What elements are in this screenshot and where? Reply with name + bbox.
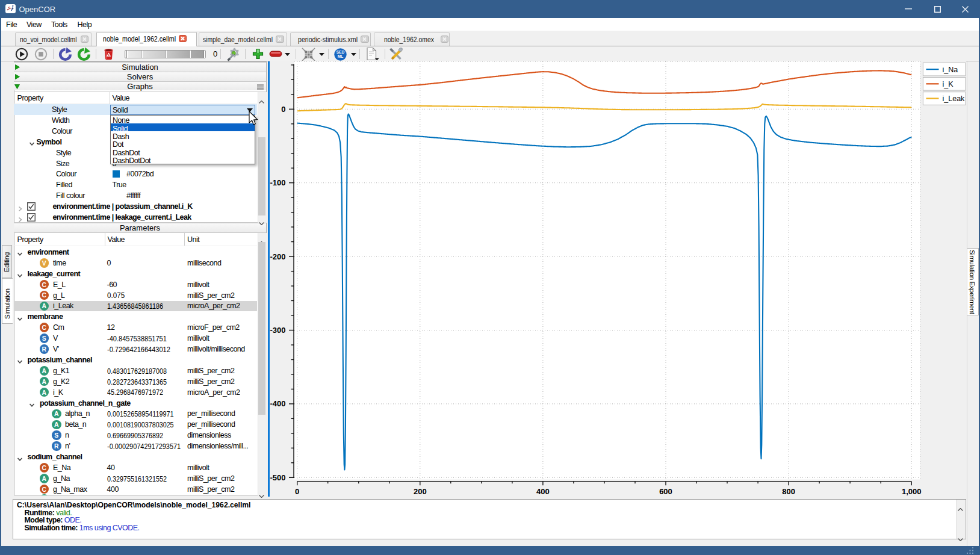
svg-text:i_Na: i_Na: [943, 66, 958, 74]
svg-text:800: 800: [782, 487, 795, 496]
svg-text:i_K: i_K: [943, 80, 954, 88]
svg-text:-500: -500: [270, 473, 285, 482]
svg-text:ML: ML: [338, 54, 344, 58]
svg-text:periodic-stimulus.xml: periodic-stimulus.xml: [298, 35, 358, 43]
svg-text:0.329755161321552: 0.329755161321552: [107, 474, 167, 483]
svg-text:-0.000290742917293571: -0.000290742917293571: [107, 442, 181, 450]
svg-text:C:\Users\Alan\Desktop\OpenCOR\: C:\Users\Alan\Desktop\OpenCOR\models\nob…: [17, 500, 251, 509]
svg-text:1,000: 1,000: [902, 487, 922, 496]
svg-text:-200: -200: [270, 252, 285, 261]
svg-text:noble_model_1962.cellml: noble_model_1962.cellml: [103, 35, 176, 43]
svg-text:200: 200: [414, 487, 427, 496]
svg-text:no_voi_model.cellml: no_voi_model.cellml: [20, 35, 77, 43]
svg-text:0: 0: [281, 105, 285, 114]
svg-text:0.00108190037803025: 0.00108190037803025: [107, 421, 174, 429]
svg-text:600: 600: [659, 487, 672, 496]
svg-text:-400: -400: [270, 399, 285, 408]
svg-text:0.483017629187008: 0.483017629187008: [107, 367, 167, 375]
svg-text:-0.729642166443012: -0.729642166443012: [107, 345, 170, 353]
svg-text:i_Leak: i_Leak: [943, 95, 966, 103]
svg-text:0.00152658954119971: 0.00152658954119971: [107, 410, 174, 418]
svg-text:0.69669905376892: 0.69669905376892: [107, 432, 163, 440]
svg-text:noble_1962.omex: noble_1962.omex: [384, 35, 435, 43]
svg-text:1.43656845861186: 1.43656845861186: [107, 302, 163, 311]
svg-text:0.075: 0.075: [107, 291, 125, 300]
svg-text:-300: -300: [270, 326, 285, 335]
svg-text:45.2968476971972: 45.2968476971972: [107, 388, 163, 397]
svg-text:simple_dae_model.cellml: simple_dae_model.cellml: [203, 35, 273, 43]
svg-text:-40.8457538851751: -40.8457538851751: [107, 334, 167, 343]
svg-text:-100: -100: [270, 178, 285, 187]
svg-text:0: 0: [295, 487, 299, 496]
svg-text:0.282723643371365: 0.282723643371365: [107, 377, 167, 386]
svg-text:400: 400: [536, 487, 550, 496]
